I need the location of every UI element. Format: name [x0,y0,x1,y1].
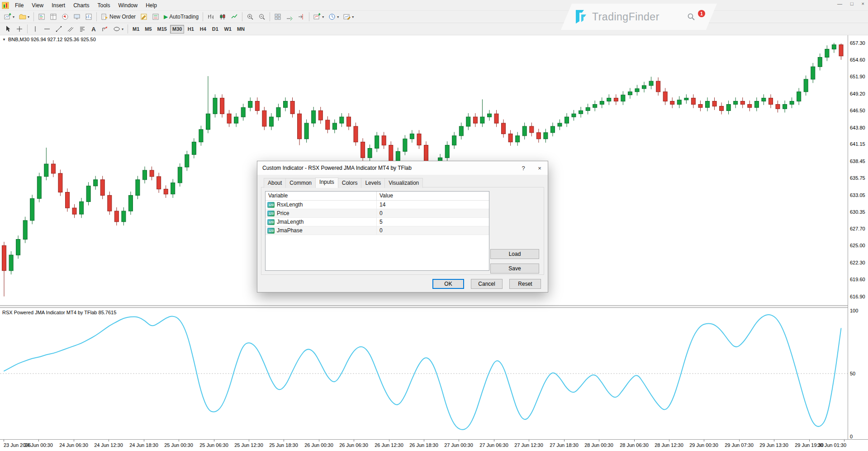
variable-value[interactable]: 0 [377,209,489,217]
menu-insert[interactable]: Insert [47,1,69,10]
profiles-button[interactable]: ▾ [17,12,32,22]
dialog-titlebar[interactable]: Custom Indicator - RSX Powered JMA Indic… [257,161,548,175]
indicator-tick-label: 100 [850,308,858,313]
time-tick [424,440,424,441]
dialog-close-button[interactable]: × [531,161,548,175]
inputs-table-header[interactable]: Variable Value [266,192,489,201]
variable-name: JmaPhase [277,226,303,235]
cancel-button[interactable]: Cancel [471,279,503,289]
save-button[interactable]: Save [490,264,539,273]
zoom-in-button[interactable] [244,12,256,22]
menu-file[interactable]: File [11,1,28,10]
metaeditor-button[interactable] [138,12,150,22]
dialog-tab-common[interactable]: Common [285,178,316,188]
close-icon[interactable]: × [862,1,864,6]
navigator-button[interactable] [59,12,71,22]
variable-value[interactable]: 0 [377,226,489,235]
input-row-jmalength[interactable]: 123JmaLength5 [266,218,489,226]
dialog-tab-visualization[interactable]: Visualization [384,178,423,188]
line-chart-icon [231,13,238,20]
dialog-tab-page: Variable Value 123RsxLength14123Price012… [261,187,544,275]
dialog-tab-colors[interactable]: Colors [338,178,362,188]
menu-help[interactable]: Help [142,1,161,10]
auto-scroll-button[interactable] [284,12,295,22]
minimize-icon[interactable]: — [837,1,842,6]
timeframe-m15-button[interactable]: M15 [155,25,169,34]
indicator-chart[interactable] [0,308,848,439]
toolbar-separator [203,12,203,21]
zoom-out-button[interactable] [256,12,268,22]
input-row-rsxlength[interactable]: 123RsxLength14 [266,201,489,209]
timeframe-d1-button[interactable]: D1 [209,25,221,34]
window-controls: — □ × [837,1,864,6]
variable-value[interactable]: 14 [377,201,489,209]
new-order-button[interactable]: New Order [99,12,138,22]
templates-button[interactable]: ▾ [341,12,356,22]
dialog-help-button[interactable]: ? [515,161,531,175]
tile-windows-button[interactable] [272,12,284,22]
column-header-variable[interactable]: Variable [266,192,377,200]
input-row-price[interactable]: 123Price0 [266,209,489,218]
bar-chart-button[interactable] [205,12,217,22]
ok-button[interactable]: OK [432,279,464,289]
crosshair-button[interactable] [14,24,25,34]
timeframe-m30-button[interactable]: M30 [170,25,184,34]
channel-button[interactable] [65,24,76,34]
price-tick-label: 643.80 [850,125,865,130]
new-chart-button[interactable]: ▾ [2,12,17,22]
price-tick-label: 625.00 [850,243,865,248]
chart-shift-button[interactable] [295,12,307,22]
menu-view[interactable]: View [28,1,47,10]
periods-button[interactable]: ▾ [326,12,341,22]
vertical-line-icon [32,25,39,33]
arrows-button[interactable] [99,24,111,34]
timeframe-mn-button[interactable]: MN [235,25,247,34]
input-row-jmaphase[interactable]: 123JmaPhase0 [266,226,489,235]
timeframe-h4-button[interactable]: H4 [197,25,209,34]
timeframe-h1-button[interactable]: H1 [185,25,196,34]
text-button[interactable]: A [88,24,99,34]
timeframe-m5-button[interactable]: M5 [142,25,154,34]
new-order-label: New Order [109,14,136,20]
price-tick-label: 638.45 [850,158,865,164]
candlestick-chart-button[interactable] [217,12,228,22]
dialog-tab-levels[interactable]: Levels [361,178,385,188]
terminal-button[interactable] [71,12,83,22]
reset-button[interactable]: Reset [509,279,541,289]
strategy-tester-button[interactable] [83,12,95,22]
variable-value[interactable]: 5 [377,218,489,226]
dialog-tab-inputs[interactable]: Inputs [315,178,338,188]
autotrading-button[interactable]: ▶ AutoTrading [161,12,201,22]
menu-window[interactable]: Window [114,1,142,10]
indicators-button[interactable]: ▾ [311,12,326,22]
price-scale[interactable]: 657.30654.60651.90649.20646.50643.80641.… [848,35,868,439]
restore-icon[interactable]: □ [850,1,854,6]
horizontal-line-button[interactable] [41,24,53,34]
data-window-icon [50,13,57,20]
timeframe-w1-button[interactable]: W1 [222,25,234,34]
toolbar-separator [96,12,97,21]
toolbar-separator [309,12,309,21]
data-window-button[interactable] [47,12,59,22]
market-watch-button[interactable] [36,12,47,22]
cursor-button[interactable] [2,24,14,34]
vertical-line-button[interactable] [29,24,41,34]
cycles-button[interactable]: ▾ [111,24,126,34]
price-tick-label: 657.30 [850,40,865,46]
timeframe-m1-button[interactable]: M1 [130,25,142,34]
load-button[interactable]: Load [490,249,539,259]
menu-charts[interactable]: Charts [69,1,93,10]
time-tick [844,440,844,441]
column-header-value[interactable]: Value [377,192,489,200]
fibonacci-button[interactable] [76,24,88,34]
inputs-table[interactable]: Variable Value 123RsxLength14123Price012… [265,191,489,271]
time-axis[interactable]: 23 Jun 202524 Jun 00:3024 Jun 06:3024 Ju… [0,439,868,451]
trendline-button[interactable] [53,24,65,34]
price-tick-label: 619.60 [850,277,865,282]
one-click-trading-toggle-icon[interactable]: ▼ [2,38,6,42]
time-tick [38,440,39,441]
line-chart-button[interactable] [228,12,240,22]
market-depth-button[interactable] [150,12,161,22]
dialog-tab-about[interactable]: About [264,178,286,188]
menu-tools[interactable]: Tools [94,1,114,10]
